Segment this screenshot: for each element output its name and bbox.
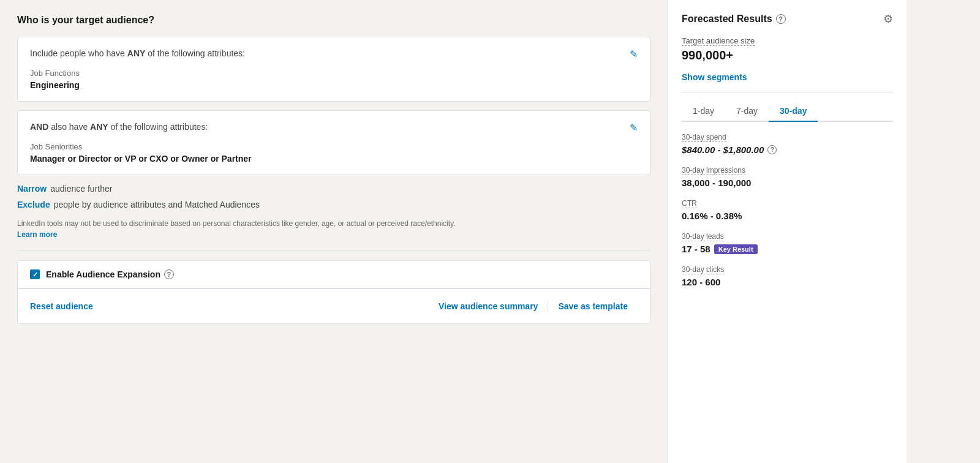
card1-field-value: Engineering xyxy=(30,80,638,90)
day-tabs: 1-day 7-day 30-day xyxy=(682,102,893,122)
audience-size-value: 990,000+ xyxy=(682,48,893,62)
leads-block: 30-day leads 17 - 58 Key Result xyxy=(682,231,893,254)
leads-label: 30-day leads xyxy=(682,232,724,241)
leads-value: 17 - 58 Key Result xyxy=(682,244,893,254)
impressions-value: 38,000 - 190,000 xyxy=(682,178,893,188)
exclude-link[interactable]: Exclude xyxy=(17,200,50,209)
gear-icon[interactable]: ⚙ xyxy=(883,12,893,26)
footer-bar: Reset audience View audience summary Sav… xyxy=(18,288,650,323)
panel-header: Forecasted Results ? ⚙ xyxy=(682,12,893,26)
ctr-block: CTR 0.16% - 0.38% xyxy=(682,198,893,221)
narrow-link[interactable]: Narrow xyxy=(17,184,47,194)
spend-label: 30-day spend xyxy=(682,133,726,142)
clicks-value: 120 - 600 xyxy=(682,277,893,287)
narrow-text: audience further xyxy=(50,184,112,194)
card1-header: Include people who have ANY of the follo… xyxy=(30,48,638,60)
clicks-label: 30-day clicks xyxy=(682,265,724,274)
expansion-checkbox[interactable]: ✓ xyxy=(30,269,40,279)
card2-field-label: Job Seniorities xyxy=(30,142,638,151)
spend-value: $840.00 - $1,800.00 ? xyxy=(682,145,893,155)
tab-1day[interactable]: 1-day xyxy=(682,102,725,122)
card1-field-label: Job Functions xyxy=(30,69,638,78)
spend-block: 30-day spend $840.00 - $1,800.00 ? xyxy=(682,132,893,155)
divider xyxy=(17,250,650,250)
expansion-help-icon[interactable]: ? xyxy=(164,269,174,279)
card2-edit-icon[interactable]: ✎ xyxy=(630,122,638,134)
exclude-row: Excludepeople by audience attributes and… xyxy=(17,200,650,209)
footer-left: Reset audience xyxy=(30,301,429,311)
disclaimer: LinkedIn tools may not be used to discri… xyxy=(17,218,650,240)
right-panel: Forecasted Results ? ⚙ Target audience s… xyxy=(668,0,907,463)
audience-size-block: Target audience size 990,000+ xyxy=(682,36,893,62)
card2-header: AND also have ANY of the following attri… xyxy=(30,122,638,134)
expansion-label-text: Enable Audience Expansion xyxy=(46,269,160,279)
disclaimer-text: LinkedIn tools may not be used to discri… xyxy=(17,219,456,228)
tab-7day[interactable]: 7-day xyxy=(725,102,769,122)
reset-audience-link[interactable]: Reset audience xyxy=(30,301,93,311)
clicks-block: 30-day clicks 120 - 600 xyxy=(682,264,893,287)
audience-expansion-row: ✓ Enable Audience Expansion ? xyxy=(18,261,650,288)
tab-30day[interactable]: 30-day xyxy=(769,102,818,122)
show-segments-btn[interactable]: Show segments xyxy=(682,72,893,82)
spend-info-icon[interactable]: ? xyxy=(767,145,777,154)
panel-title: Forecasted Results ? xyxy=(682,13,786,24)
and-card: AND also have ANY of the following attri… xyxy=(17,110,650,175)
key-result-badge: Key Result xyxy=(714,244,758,254)
impressions-block: 30-day impressions 38,000 - 190,000 xyxy=(682,165,893,188)
include-card: Include people who have ANY of the follo… xyxy=(17,37,650,102)
learn-more-link[interactable]: Learn more xyxy=(17,230,57,239)
narrow-row: Narrowaudience further xyxy=(17,184,650,194)
page-title: Who is your target audience? xyxy=(17,15,650,26)
card2-field-value: Manager or Director or VP or CXO or Owne… xyxy=(30,154,638,164)
forecasted-help-icon[interactable]: ? xyxy=(776,14,786,24)
ctr-label: CTR xyxy=(682,199,697,208)
exclude-text: people by audience attributes and Matche… xyxy=(54,200,260,209)
panel-divider xyxy=(682,92,893,92)
ctr-value: 0.16% - 0.38% xyxy=(682,211,893,221)
footer-right: View audience summary Save as template xyxy=(429,300,638,312)
expansion-container: ✓ Enable Audience Expansion ? Reset audi… xyxy=(17,260,650,324)
impressions-label: 30-day impressions xyxy=(682,166,745,175)
audience-size-label: Target audience size xyxy=(682,36,755,46)
view-audience-summary-link[interactable]: View audience summary xyxy=(429,301,548,311)
save-as-template-link[interactable]: Save as template xyxy=(548,301,638,311)
card1-edit-icon[interactable]: ✎ xyxy=(630,48,638,60)
